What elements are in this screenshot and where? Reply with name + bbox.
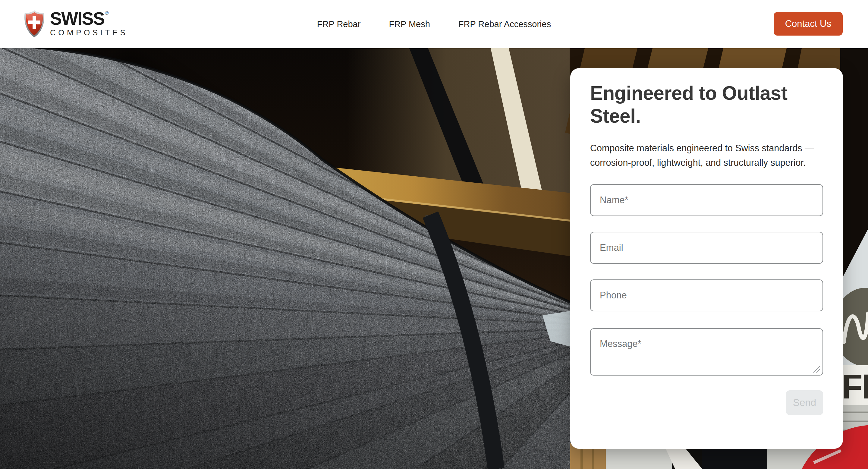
hero-description: Composite materials engineered to Swiss …	[590, 141, 823, 170]
main-nav: FRP Rebar FRP Mesh FRP Rebar Accessories	[317, 0, 551, 48]
page: FI	[0, 0, 868, 469]
email-input[interactable]	[590, 232, 823, 264]
header: SWISS ® COMPOSITES FRP Rebar FRP Mesh FR…	[0, 0, 868, 48]
brand-word: SWISS	[50, 10, 104, 27]
sign-letters: FI	[841, 367, 868, 406]
send-button[interactable]: Send	[786, 390, 823, 415]
brand-logo[interactable]: SWISS ® COMPOSITES	[24, 10, 128, 38]
hero-heading: Engineered to Outlast Steel.	[590, 82, 823, 127]
message-textarea[interactable]	[590, 328, 823, 376]
name-input[interactable]	[590, 184, 823, 216]
lead-form-card: Engineered to Outlast Steel. Composite m…	[570, 68, 843, 449]
contact-us-button[interactable]: Contact Us	[774, 12, 843, 36]
brand-subtitle: COMPOSITES	[50, 28, 128, 37]
nav-item-frp-mesh[interactable]: FRP Mesh	[389, 19, 430, 29]
nav-item-frp-rebar-accessories[interactable]: FRP Rebar Accessories	[458, 19, 551, 29]
contact-form: Send	[590, 170, 823, 415]
phone-input[interactable]	[590, 279, 823, 311]
nav-item-frp-rebar[interactable]: FRP Rebar	[317, 19, 361, 29]
resize-handle-icon[interactable]	[813, 365, 820, 373]
brand-shield-icon	[24, 10, 45, 38]
registered-mark: ®	[105, 11, 108, 16]
brand-wordmark: SWISS ® COMPOSITES	[50, 10, 128, 37]
